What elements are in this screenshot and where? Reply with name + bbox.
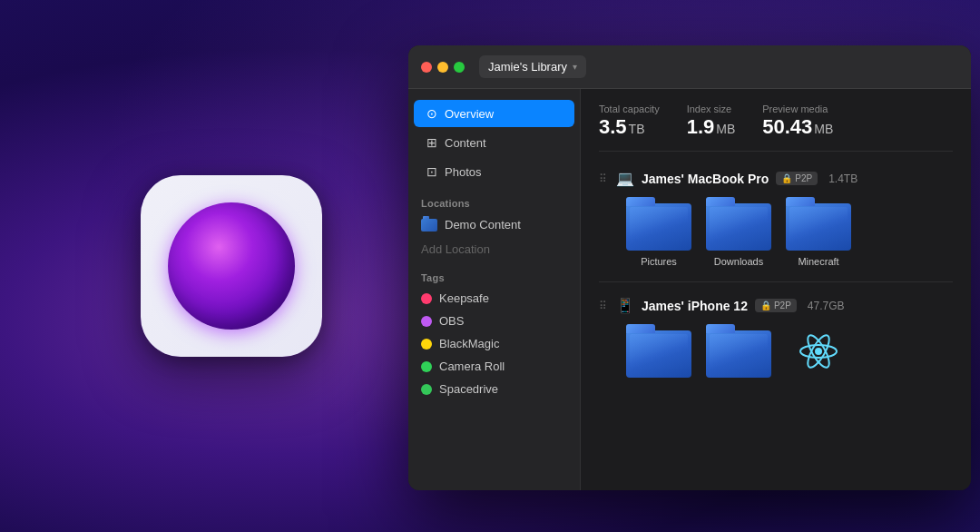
maximize-button[interactable] (454, 62, 465, 73)
library-selector[interactable]: Jamie's Library ▾ (479, 55, 586, 78)
device-macbook-pro-header: ⠿ 💻 James' MacBook Pro 🔒 P2P 1.4TB (599, 170, 953, 187)
main-content: Total capacity 3.5TB Index size 1.9MB Pr… (581, 89, 971, 490)
stat-preview-media-label: Preview media (762, 103, 833, 114)
sidebar-item-overview[interactable]: ⊙ Overview (414, 100, 574, 127)
tag-dot-blackmagic (421, 339, 432, 350)
folder-iphone-react[interactable] (786, 325, 851, 378)
stat-preview-media-number: 50.43 (762, 115, 812, 138)
folder-icon-iphone-1 (626, 325, 691, 378)
folder-icon-pictures (626, 198, 691, 251)
sidebar-item-content[interactable]: ⊞ Content (414, 129, 574, 156)
folder-icon-iphone-2 (706, 325, 771, 378)
locations-section-label: Locations (408, 187, 580, 212)
section-divider (599, 281, 953, 282)
device-iphone-12-header: ⠿ 📱 James' iPhone 12 🔒 P2P 47.7GB (599, 297, 953, 314)
app-icon-ball (168, 202, 295, 330)
react-icon (796, 329, 841, 374)
folder-body-iphone-1 (626, 330, 691, 378)
minimize-button[interactable] (437, 62, 448, 73)
device-macbook-pro-name: James' MacBook Pro (642, 172, 769, 186)
device-iphone-12-badge: 🔒 P2P (755, 299, 797, 312)
folder-iphone-2[interactable] (706, 325, 771, 378)
folder-iphone-1[interactable] (626, 325, 691, 378)
stat-preview-media-unit: MB (814, 122, 833, 136)
device-macbook-pro: ⠿ 💻 James' MacBook Pro 🔒 P2P 1.4TB (599, 170, 953, 267)
sidebar-item-content-label: Content (445, 136, 486, 150)
folder-icon-iphone-react (786, 325, 851, 378)
folder-body-minecraft (786, 203, 851, 251)
folder-icon-downloads (706, 198, 771, 251)
macbook-folders-grid: Pictures Downloads (599, 198, 953, 267)
stat-total-capacity-number: 3.5 (599, 115, 627, 138)
folder-icon-minecraft (786, 198, 851, 251)
stat-total-capacity-value: 3.5TB (599, 116, 660, 138)
sidebar: ⊙ Overview ⊞ Content ⊡ Photos Locations … (408, 89, 581, 490)
sidebar-item-photos-label: Photos (445, 165, 481, 179)
stat-index-size-label: Index size (687, 103, 736, 114)
tag-keepsafe-label: Keepsafe (439, 291, 489, 305)
sidebar-item-overview-label: Overview (445, 107, 494, 121)
title-bar: Jamie's Library ▾ (408, 45, 971, 89)
tag-keepsafe[interactable]: Keepsafe (408, 287, 580, 310)
device-macbook-pro-size: 1.4TB (828, 172, 858, 185)
folder-body-iphone-2 (706, 330, 771, 378)
stat-total-capacity-unit: TB (629, 122, 645, 136)
device-macbook-pro-badge: 🔒 P2P (776, 172, 818, 185)
tag-obs-label: OBS (439, 314, 464, 328)
stat-index-size-number: 1.9 (687, 115, 715, 138)
location-demo-content-label: Demo Content (445, 218, 521, 232)
chevron-down-icon: ▾ (573, 62, 577, 72)
stat-total-capacity-label: Total capacity (599, 103, 660, 114)
location-demo-content[interactable]: Demo Content (408, 212, 580, 237)
folder-pictures[interactable]: Pictures (626, 198, 691, 267)
tag-camera-roll-label: Camera Roll (439, 360, 505, 373)
content-icon: ⊞ (426, 135, 437, 150)
stat-preview-media: Preview media 50.43MB (762, 103, 833, 138)
device-iphone-12: ⠿ 📱 James' iPhone 12 🔒 P2P 47.7GB (599, 297, 953, 378)
device-iphone-12-size: 47.7GB (808, 300, 845, 312)
sidebar-item-photos[interactable]: ⊡ Photos (414, 158, 574, 185)
folder-icon (421, 219, 437, 232)
folder-body-pictures (626, 203, 691, 251)
device-iphone-12-name: James' iPhone 12 (642, 299, 748, 313)
folder-downloads-label: Downloads (714, 256, 763, 267)
tag-blackmagic-label: BlackMagic (439, 337, 499, 350)
tag-dot-obs (421, 316, 432, 327)
lock-icon-iphone: 🔒 (760, 300, 771, 310)
stats-row: Total capacity 3.5TB Index size 1.9MB Pr… (599, 103, 953, 152)
photos-icon: ⊡ (426, 164, 437, 179)
folder-pictures-label: Pictures (641, 256, 677, 267)
drag-handle-iphone: ⠿ (599, 300, 607, 312)
stat-index-size-value: 1.9MB (687, 116, 736, 138)
device-iphone-12-badge-label: P2P (774, 300, 791, 310)
tag-dot-spacedrive (421, 384, 432, 395)
folder-minecraft[interactable]: Minecraft (786, 198, 851, 267)
folder-minecraft-label: Minecraft (798, 256, 838, 267)
tag-blackmagic[interactable]: BlackMagic (408, 332, 580, 355)
tag-spacedrive[interactable]: Spacedrive (408, 378, 580, 400)
tags-section-label: Tags (408, 261, 580, 287)
tag-spacedrive-label: Spacedrive (439, 382, 498, 396)
main-window: Jamie's Library ▾ ⊙ Overview ⊞ Content ⊡… (408, 45, 971, 490)
svg-point-0 (815, 348, 822, 355)
traffic-lights (421, 62, 465, 73)
overview-icon: ⊙ (426, 106, 437, 121)
add-location-button[interactable]: Add Location (408, 237, 580, 261)
tag-camera-roll[interactable]: Camera Roll (408, 355, 580, 378)
tag-dot-keepsafe (421, 293, 432, 304)
stat-total-capacity: Total capacity 3.5TB (599, 103, 660, 138)
close-button[interactable] (421, 62, 432, 73)
app-icon-wrapper (141, 175, 322, 357)
folder-downloads[interactable]: Downloads (706, 198, 771, 267)
tag-dot-camera-roll (421, 361, 432, 372)
drag-handle-macbook: ⠿ (599, 172, 607, 185)
device-macbook-pro-badge-label: P2P (795, 173, 812, 183)
folder-body-downloads (706, 203, 771, 251)
stat-preview-media-value: 50.43MB (762, 116, 833, 138)
window-body: ⊙ Overview ⊞ Content ⊡ Photos Locations … (408, 89, 971, 490)
app-icon (141, 175, 322, 357)
tag-obs[interactable]: OBS (408, 310, 580, 332)
stat-index-size-unit: MB (716, 122, 735, 136)
laptop-icon: 💻 (616, 170, 634, 187)
phone-icon: 📱 (616, 297, 634, 314)
